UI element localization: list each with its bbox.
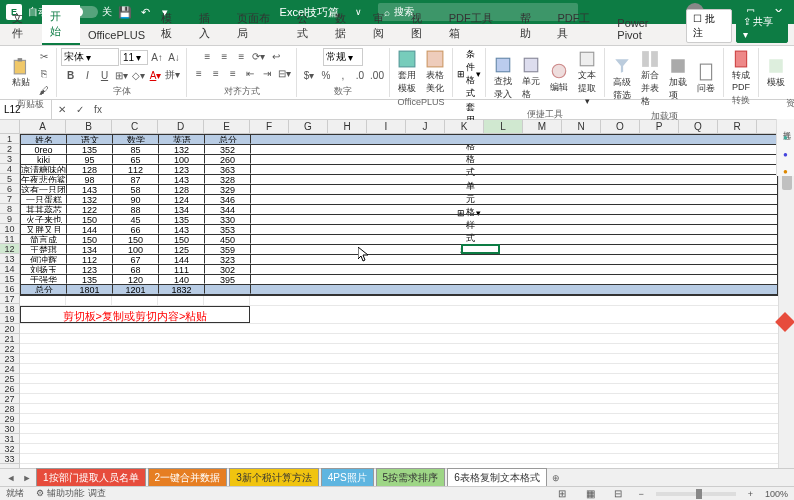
cell[interactable]: 1832 <box>159 285 205 294</box>
copy-icon[interactable]: ⎘ <box>36 65 52 81</box>
col-header-F[interactable]: F <box>250 120 289 133</box>
row-header-30[interactable]: 30 <box>0 424 19 434</box>
row-header-29[interactable]: 29 <box>0 414 19 424</box>
cell[interactable]: 450 <box>205 235 251 244</box>
orientation-icon[interactable]: ⟳▾ <box>251 48 267 64</box>
cell[interactable]: 134 <box>67 245 113 254</box>
bold-icon[interactable]: B <box>63 67 79 83</box>
row-header-27[interactable]: 27 <box>0 394 19 404</box>
col-header-J[interactable]: J <box>406 120 445 133</box>
indent-inc-icon[interactable]: ⇥ <box>259 65 275 81</box>
edit-button[interactable]: 编辑 <box>546 60 572 96</box>
col-header-B[interactable]: B <box>66 120 112 133</box>
font-color-icon[interactable]: A▾ <box>148 67 164 83</box>
cell[interactable]: 90 <box>113 195 159 204</box>
zoom-out-icon[interactable]: − <box>638 489 643 499</box>
row-header-4[interactable]: 4 <box>0 164 19 174</box>
cell[interactable]: 123 <box>67 265 113 274</box>
cell[interactable]: 150 <box>159 235 205 244</box>
fx-icon[interactable]: fx <box>90 102 106 118</box>
cell[interactable]: 火子来也 <box>21 215 67 224</box>
row-header-15[interactable]: 15 <box>0 274 19 284</box>
convert-pdf-button[interactable]: 转成PDF <box>728 48 754 94</box>
cell[interactable]: 58 <box>113 185 159 194</box>
cell[interactable]: 329 <box>205 185 251 194</box>
cell[interactable]: 凉淸糖味的天使 <box>21 165 67 174</box>
number-format[interactable]: 常规▾ <box>323 48 363 66</box>
cell[interactable]: 132 <box>159 145 205 154</box>
col-header-M[interactable]: M <box>523 120 562 133</box>
cell[interactable]: 135 <box>159 215 205 224</box>
cell[interactable]: 1201 <box>113 285 159 294</box>
border-icon[interactable]: ⊞▾ <box>114 67 130 83</box>
tab-file[interactable]: 文件 <box>4 7 42 45</box>
cells[interactable]: 姓名语文数学英语总分0reo13585132352kiki9565100260凉… <box>20 134 778 469</box>
row-header-23[interactable]: 23 <box>0 354 19 364</box>
cell[interactable]: 150 <box>67 235 113 244</box>
cell[interactable]: 150 <box>67 215 113 224</box>
lookup-button[interactable]: 查找录入 <box>490 54 516 103</box>
currency-icon[interactable]: $▾ <box>301 67 317 83</box>
tab-pdfkit[interactable]: PDF工具箱 <box>441 7 512 45</box>
tab-layout[interactable]: 页面布局 <box>229 7 289 45</box>
cell[interactable]: 100 <box>113 245 159 254</box>
cell[interactable] <box>20 296 66 305</box>
row-header-8[interactable]: 8 <box>0 204 19 214</box>
cell[interactable]: 359 <box>205 245 251 254</box>
font-size[interactable]: 11▾ <box>120 50 148 65</box>
highlight-cell[interactable]: 剪切板>复制或剪切内容>粘贴 <box>20 306 250 323</box>
cell[interactable]: 260 <box>205 155 251 164</box>
cell[interactable]: 120 <box>113 275 159 284</box>
col-header-A[interactable]: A <box>20 120 66 133</box>
cell[interactable]: 87 <box>113 175 159 184</box>
row-header-26[interactable]: 26 <box>0 384 19 394</box>
cut-icon[interactable]: ✂ <box>36 48 52 64</box>
col-header-H[interactable]: H <box>328 120 367 133</box>
increase-font-icon[interactable]: A↑ <box>149 49 165 65</box>
cell[interactable]: 302 <box>205 265 251 274</box>
cell[interactable]: 323 <box>205 255 251 264</box>
status-assist[interactable]: ⚙ 辅助功能: 调查 <box>36 487 106 500</box>
new-sheet-icon[interactable]: ⊕ <box>549 471 563 485</box>
cell[interactable]: 85 <box>113 145 159 154</box>
col-header-G[interactable]: G <box>289 120 328 133</box>
col-header-E[interactable]: E <box>204 120 250 133</box>
select-all[interactable] <box>0 120 20 134</box>
comments-button[interactable]: ☐ 批注 <box>686 9 732 43</box>
col-header-N[interactable]: N <box>562 120 601 133</box>
cell[interactable]: 于强华 <box>21 275 67 284</box>
tab-view[interactable]: 视图 <box>403 7 441 45</box>
cell[interactable]: 144 <box>159 255 205 264</box>
align-left-icon[interactable]: ≡ <box>191 65 207 81</box>
cell[interactable]: 150 <box>113 235 159 244</box>
tab-template[interactable]: 模板 <box>153 7 191 45</box>
cell[interactable]: 123 <box>159 165 205 174</box>
paste-button[interactable]: 粘贴 <box>8 55 34 91</box>
row-header-7[interactable]: 7 <box>0 194 19 204</box>
cell[interactable] <box>112 296 158 305</box>
cell[interactable]: 刘扬玉 <box>21 265 67 274</box>
textextract-button[interactable]: 文本提取▾ <box>574 48 600 108</box>
cell[interactable]: 英语 <box>159 135 205 144</box>
cell-button[interactable]: 单元格 <box>518 54 544 103</box>
row-header-9[interactable]: 9 <box>0 214 19 224</box>
cell[interactable]: 45 <box>113 215 159 224</box>
phonetic-icon[interactable]: 拼▾ <box>165 67 181 83</box>
row-header-31[interactable]: 31 <box>0 434 19 444</box>
sheet-next-icon[interactable]: ► <box>20 471 34 485</box>
align-right-icon[interactable]: ≡ <box>225 65 241 81</box>
cell[interactable] <box>66 296 112 305</box>
row-header-1[interactable]: 1 <box>0 134 19 144</box>
cell[interactable]: 128 <box>159 185 205 194</box>
percent-icon[interactable]: % <box>318 67 334 83</box>
align-center-icon[interactable]: ≡ <box>208 65 224 81</box>
sheet-tab-5[interactable]: 5按需求排序 <box>376 468 446 487</box>
row-header-3[interactable]: 3 <box>0 154 19 164</box>
cell[interactable]: 330 <box>205 215 251 224</box>
scrollbar-vertical[interactable] <box>778 134 794 469</box>
sheet-tab-4[interactable]: 4PS照片 <box>321 468 374 487</box>
align-top-icon[interactable]: ≡ <box>200 48 216 64</box>
cell[interactable]: 数学 <box>113 135 159 144</box>
view-layout-icon[interactable]: ▦ <box>582 486 598 501</box>
row-header-18[interactable]: 18 <box>0 304 19 314</box>
